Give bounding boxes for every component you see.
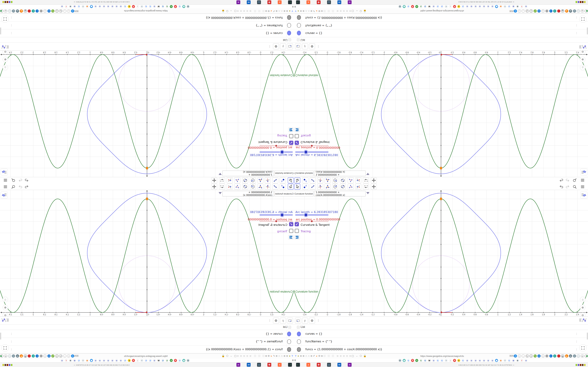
bookmark-favicon[interactable]: Я [453,5,456,8]
extension-icon[interactable]: ◍ [20,9,23,13]
function-selector-dropdown[interactable]: Curvature function [294,171,313,176]
bookmark-favicon[interactable]: ● [503,359,506,362]
arrow-left-icon[interactable]: ← [356,10,358,12]
tool-perpendicular-line[interactable] [265,184,271,190]
extension-icon[interactable]: ◕ [270,10,273,12]
bookmark-favicon[interactable]: G [123,5,127,8]
taskbar-app-icon[interactable]: ⚙ [268,363,271,367]
taskbar-app-icon[interactable]: ◕ [306,363,310,367]
tools-icon[interactable]: ⚙ [309,318,315,324]
step-button[interactable]: ▶❙ [288,235,294,239]
extension-icon[interactable]: ⬭ [43,9,47,13]
taskbar-app-icon[interactable]: 64 [337,363,341,367]
extension-icon[interactable]: ♆ [585,9,588,13]
shield-icon[interactable]: ⬠ [359,10,362,12]
arc-position-slider-handle[interactable] [311,145,312,146]
taskbar-app-icon[interactable]: ∞ [236,0,240,4]
chevron-down-icon[interactable] [219,192,222,194]
search-button[interactable] [572,185,577,189]
taskbar-app-icon[interactable]: >_ [296,0,300,4]
algebra-row[interactable]: funcNames = {" "}⋮ [0,22,294,29]
url-text[interactable]: https://www.geogebra.org/classic/aagcxh3… [420,355,464,357]
bookmark-favicon[interactable]: ∿ [415,5,418,8]
bookmark-favicon[interactable]: ✿ [73,359,76,362]
arc-position-slider-handle[interactable] [311,221,312,222]
search-button[interactable] [572,178,577,182]
extension-icon[interactable]: ▥ [24,9,27,13]
extension-icon[interactable]: ⬭ [541,354,545,358]
extension-icon[interactable]: ⊕ [300,355,302,357]
bookmark-favicon[interactable]: ⚙ [516,5,519,8]
tool-point[interactable]: A [280,177,285,183]
algebra-row[interactable]: curves = {}⋮ [0,330,294,338]
row-drag-handle-icon[interactable]: ⋮ [10,348,13,351]
extension-icon[interactable]: ⇩ [32,354,35,358]
bookmark-favicon[interactable]: ∿ [170,359,173,362]
graphics-panel-toggle-button[interactable] [1,168,8,175]
fullscreen-button[interactable] [579,344,587,352]
scrollbar[interactable] [0,27,1,34]
graphics-view[interactable]: -2.4-2.2-2-1.8-1.6-1.4-1.2-1-0.8-0.6-0.4… [294,50,588,177]
bookmark-favicon[interactable]: ✿ [119,359,122,362]
extension-icon[interactable]: ⚙ [545,354,548,358]
extension-icon[interactable]: ⊕ [581,354,584,358]
fx-icon[interactable]: fx [302,318,308,324]
bookmark-favicon[interactable]: i [449,359,452,362]
geogebra-logo[interactable] [579,317,587,324]
function-expression-input[interactable]: 1.000000000000 + cos(4.000000000000 x) [222,191,274,196]
search-button[interactable] [11,178,16,182]
bookmark-favicon[interactable]: G [424,5,427,8]
extension-icon[interactable]: ⊕ [275,10,278,12]
tool-perpendicular-line[interactable] [265,177,271,183]
chevron-down-icon[interactable] [366,192,369,194]
taskbar-app-icon[interactable]: ▢ [257,363,261,367]
extension-icon[interactable]: Y [291,355,294,357]
arrow-left-icon[interactable]: ← [230,355,232,357]
visibility-toggle-circle[interactable] [287,339,291,344]
bookmark-favicon[interactable]: ∿ [415,359,418,362]
extension-icon[interactable]: + [549,9,553,13]
bookmark-favicon[interactable]: i [449,5,452,8]
taskbar-app-icon[interactable]: ◕ [306,0,310,4]
bookmark-favicon[interactable]: G [123,359,127,362]
function-expression-input[interactable]: 1.000000000000 + cos(4.000000000000 x) [314,191,366,196]
extension-icon[interactable]: ● [288,355,291,357]
visibility-toggle-circle[interactable] [287,332,291,336]
visibility-toggle-circle[interactable] [287,347,291,352]
extension-icon[interactable]: ⬭ [541,9,545,13]
curvature-tangent-checkbox[interactable]: ✓ [289,222,293,226]
geogebra-logo[interactable] [1,317,9,324]
extension-icon[interactable]: A [537,9,541,13]
bookmark-favicon[interactable]: ◉ [398,359,401,362]
fullscreen-button[interactable] [1,15,9,23]
bookmark-favicon[interactable]: G [161,5,164,8]
bookmark-favicon[interactable]: ✿ [512,359,515,362]
bookmark-favicon[interactable]: ✿ [432,359,435,362]
extension-icon[interactable]: A [537,354,541,358]
extension-icon[interactable]: ⊕ [4,9,7,13]
extension-icon[interactable]: ☆ [518,354,521,358]
tool-line[interactable] [310,184,316,190]
visibility-toggle-circle[interactable] [287,15,291,20]
extension-icon[interactable]: ∩ [281,355,283,357]
search-button[interactable] [11,185,16,189]
bookmark-favicon[interactable]: ✿ [107,359,110,362]
graphics-panel-toggle-button[interactable] [580,168,587,175]
bookmark-favicon[interactable]: G [178,359,181,362]
bookmark-favicon[interactable]: G [145,5,147,8]
extension-icon[interactable]: ▥ [24,354,27,358]
extension-icon[interactable]: ▥ [561,9,564,13]
visibility-toggle-circle[interactable] [287,31,291,35]
bookmark-favicon[interactable]: ✿ [483,5,485,8]
step-button[interactable]: ▶❙ [288,128,294,132]
taskbar-app-icon[interactable]: ◕ [278,0,282,4]
extension-icon[interactable]: ● [557,354,560,358]
taskbar-app-icon[interactable]: 64 [247,363,251,367]
zoom-in-button[interactable]: ⊕ [3,57,8,62]
bookmark-favicon[interactable]: G [461,5,465,8]
home-button[interactable]: ⌂ [580,65,585,70]
zoom-out-button[interactable]: ⊖ [580,312,585,317]
overflow-dots-icon[interactable]: ⋮ [317,319,320,322]
bookmark-favicon[interactable]: G [165,359,169,362]
extension-icon[interactable]: U [573,354,576,358]
